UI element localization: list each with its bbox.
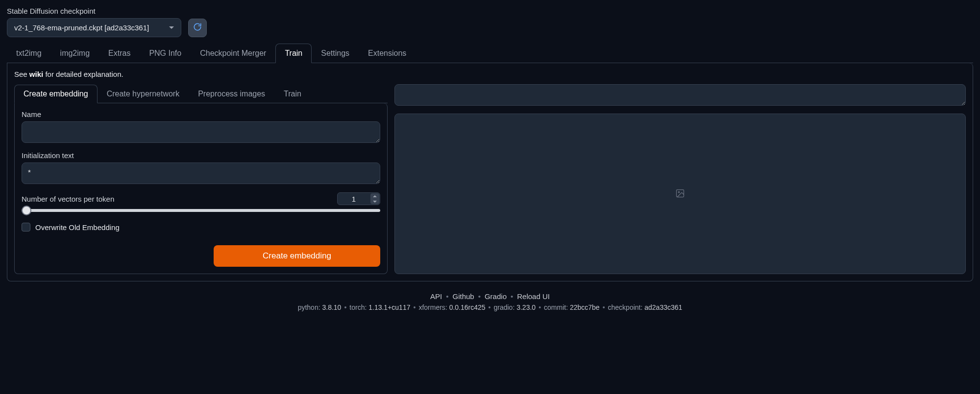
init-text-label: Initialization text xyxy=(22,151,380,160)
refresh-checkpoint-button[interactable] xyxy=(188,19,207,37)
vectors-label: Number of vectors per token xyxy=(22,195,114,203)
footer-link-reload-ui[interactable]: Reload UI xyxy=(517,292,550,301)
create-embedding-panel: Name Initialization text Number of vecto… xyxy=(14,103,388,274)
meta-label-checkpoint: checkpoint: xyxy=(608,303,645,311)
tab-extensions[interactable]: Extensions xyxy=(359,44,416,63)
subtab-train[interactable]: Train xyxy=(274,85,311,103)
meta-label-xformers: xformers: xyxy=(418,303,449,311)
footer-link-api[interactable]: API xyxy=(430,292,442,301)
overwrite-checkbox[interactable] xyxy=(22,223,30,232)
tab-train[interactable]: Train xyxy=(275,44,312,63)
checkpoint-value: v2-1_768-ema-pruned.ckpt [ad2a33c361] xyxy=(14,23,149,32)
tab-checkpoint-merger[interactable]: Checkpoint Merger xyxy=(191,44,275,63)
meta-label-commit: commit: xyxy=(544,303,570,311)
subtab-create-hypernetwork[interactable]: Create hypernetwork xyxy=(98,85,189,103)
footer-link-gradio[interactable]: Gradio xyxy=(485,292,507,301)
svg-point-1 xyxy=(678,191,680,193)
tab-img2img[interactable]: img2img xyxy=(51,44,99,63)
footer-links: API•Github•Gradio•Reload UI xyxy=(7,292,973,301)
main-tabs: txt2imgimg2imgExtrasPNG InfoCheckpoint M… xyxy=(7,43,973,63)
meta-value-checkpoint: ad2a33c361 xyxy=(644,303,682,311)
meta-value-commit: 22bcc7be xyxy=(570,303,600,311)
train-panel: See wiki for detailed explanation. Creat… xyxy=(7,63,973,281)
sub-tabs: Create embeddingCreate hypernetworkPrepr… xyxy=(14,84,388,103)
tab-extras[interactable]: Extras xyxy=(99,44,140,63)
slider-thumb[interactable] xyxy=(22,206,31,215)
meta-value-xformers: 0.0.16rc425 xyxy=(449,303,486,311)
number-spinner[interactable] xyxy=(370,193,379,204)
info-prefix: See xyxy=(14,70,29,78)
output-textbox[interactable] xyxy=(394,84,966,106)
meta-label-torch: torch: xyxy=(349,303,368,311)
tab-png-info[interactable]: PNG Info xyxy=(140,44,191,63)
create-embedding-button[interactable]: Create embedding xyxy=(214,245,380,267)
footer-link-github[interactable]: Github xyxy=(452,292,474,301)
name-input[interactable] xyxy=(22,121,380,143)
meta-label-python: python: xyxy=(298,303,322,311)
tab-txt2img[interactable]: txt2img xyxy=(7,44,51,63)
wiki-link[interactable]: wiki xyxy=(29,70,43,78)
overwrite-label: Overwrite Old Embedding xyxy=(35,223,120,232)
meta-value-python: 3.8.10 xyxy=(322,303,341,311)
footer: API•Github•Gradio•Reload UI python: 3.8.… xyxy=(7,292,973,311)
vectors-slider[interactable] xyxy=(22,209,380,212)
output-image-box[interactable] xyxy=(394,114,966,274)
subtab-preprocess-images[interactable]: Preprocess images xyxy=(189,85,274,103)
info-suffix: for detailed explanation. xyxy=(43,70,123,78)
info-line: See wiki for detailed explanation. xyxy=(14,70,966,78)
meta-label-gradio: gradio: xyxy=(493,303,516,311)
meta-value-torch: 1.13.1+cu117 xyxy=(368,303,410,311)
subtab-create-embedding[interactable]: Create embedding xyxy=(14,85,98,103)
footer-meta: python: 3.8.10•torch: 1.13.1+cu117•xform… xyxy=(7,303,973,311)
chevron-down-icon xyxy=(169,26,174,29)
tab-settings[interactable]: Settings xyxy=(312,44,359,63)
checkpoint-label: Stable Diffusion checkpoint xyxy=(7,7,973,15)
meta-value-gradio: 3.23.0 xyxy=(516,303,536,311)
refresh-icon xyxy=(193,23,202,33)
checkpoint-dropdown[interactable]: v2-1_768-ema-pruned.ckpt [ad2a33c361] xyxy=(7,18,181,37)
init-text-input[interactable] xyxy=(22,162,380,184)
name-label: Name xyxy=(22,110,380,118)
image-icon xyxy=(675,188,685,200)
